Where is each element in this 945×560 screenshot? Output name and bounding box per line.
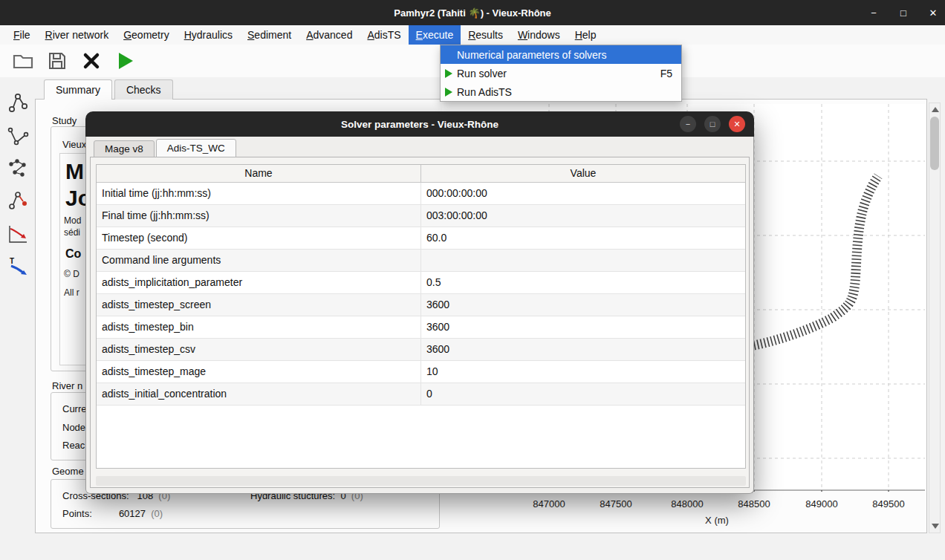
study-desc-line2: sédi — [64, 227, 80, 238]
study-heading-line1: M — [65, 159, 84, 184]
dialog-titlebar[interactable]: Solver parameters - Vieux-Rhône − □ ✕ — [85, 111, 754, 137]
table-row[interactable]: adists_implicitation_parameter 0.5 — [97, 272, 745, 294]
menu-item-run-solver[interactable]: Run solver F5 — [441, 64, 681, 82]
study-name-fragment: Vieux — [62, 139, 86, 150]
table-row[interactable]: adists_timestep_csv 3600 — [97, 339, 745, 361]
dialog-maximize-icon[interactable]: □ — [704, 116, 721, 132]
geometry-section-label: Geome — [52, 466, 84, 477]
vertical-scrollbar[interactable] — [929, 102, 941, 533]
scroll-up-icon[interactable] — [932, 107, 939, 112]
dialog-tab-mage-v8[interactable]: Mage v8 — [94, 140, 155, 157]
menu-help[interactable]: Help — [568, 25, 604, 45]
table-row[interactable]: adists_timestep_mage 10 — [97, 361, 745, 383]
maximize-icon[interactable]: □ — [897, 7, 909, 19]
shortcut-label: F5 — [660, 68, 672, 79]
dialog-body: Mage v8 Adis-TS_WC Name Value Initial ti… — [85, 137, 754, 494]
window-title: Pamhyr2 (Tahiti 🌴) - Vieux-Rhône — [394, 7, 551, 19]
river-network-icon — [7, 92, 29, 114]
dialog-tabbar: Mage v8 Adis-TS_WC — [94, 139, 238, 157]
x-axis-label: X (m) — [687, 515, 747, 526]
window-controls: − □ ✕ — [868, 0, 939, 25]
open-button[interactable] — [10, 48, 36, 74]
sidebar-button-reach-geometry[interactable] — [7, 125, 29, 147]
application-window: Pamhyr2 (Tahiti 🌴) - Vieux-Rhône − □ ✕ F… — [0, 0, 945, 560]
river-row-current: Curre — [62, 403, 87, 414]
menu-execute[interactable]: Execute — [409, 25, 461, 45]
x-tick-label: 847500 — [594, 498, 638, 509]
menu-adists[interactable]: AdisTS — [360, 25, 408, 45]
study-copyright-fragment: © D — [64, 269, 79, 279]
boundary-conditions-icon — [7, 190, 29, 212]
horizontal-scrollbar[interactable] — [96, 476, 746, 486]
menu-results[interactable]: Results — [461, 25, 510, 45]
sidebar-button-river-network[interactable] — [7, 92, 29, 114]
column-header-value[interactable]: Value — [421, 165, 745, 182]
table-row[interactable]: adists_timestep_bin 3600 — [97, 316, 745, 339]
dialog-close-icon[interactable]: ✕ — [729, 116, 745, 132]
table-header-row: Name Value — [97, 165, 745, 183]
parameters-table: Name Value Initial time (jj:hh:mm:ss) 00… — [96, 164, 746, 469]
nodes-icon — [7, 157, 29, 180]
svg-text:T: T — [10, 257, 14, 265]
stat-points: Points: 60127 (0) — [62, 508, 163, 519]
menubar: File River network Geometry Hydraulics S… — [0, 25, 945, 45]
close-study-button[interactable] — [79, 48, 104, 74]
menu-hydraulics[interactable]: Hydraulics — [177, 25, 240, 45]
menu-item-numerical-parameters[interactable]: Numerical parameters of solvers — [441, 45, 681, 64]
x-tick-label: 849000 — [799, 498, 844, 509]
dialog-tab-pane: Name Value Initial time (jj:hh:mm:ss) 00… — [90, 157, 750, 488]
sidebar-button-adists[interactable]: T — [7, 255, 29, 278]
scroll-down-icon[interactable] — [932, 524, 939, 529]
river-row-reaches: Reac — [62, 440, 85, 451]
tab-checks[interactable]: Checks — [114, 79, 173, 100]
table-row[interactable]: Timestep (second) 60.0 — [97, 227, 745, 250]
solver-parameters-dialog: Solver parameters - Vieux-Rhône − □ ✕ Ma… — [85, 111, 754, 494]
table-row[interactable]: adists_timestep_screen 3600 — [97, 294, 745, 316]
dialog-title: Solver parameters - Vieux-Rhône — [341, 119, 499, 130]
save-button[interactable] — [45, 48, 70, 74]
column-header-name[interactable]: Name — [97, 165, 421, 182]
floppy-save-icon — [48, 51, 67, 71]
close-x-icon — [82, 51, 101, 71]
table-row[interactable]: Final time (jj:hh:mm:ss) 003:00:00:00 — [97, 205, 745, 227]
x-tick-label: 847000 — [527, 498, 571, 509]
river-section-label: River n — [52, 380, 82, 391]
minimize-icon[interactable]: − — [868, 7, 880, 19]
x-tick-label: 848500 — [732, 498, 776, 509]
river-row-nodes: Node — [62, 422, 85, 433]
table-row[interactable]: Command line arguments — [97, 250, 745, 272]
menu-geometry[interactable]: Geometry — [116, 25, 176, 45]
table-row[interactable]: Initial time (jj:hh:mm:ss) 000:00:00:00 — [97, 183, 745, 205]
menu-windows[interactable]: Windows — [510, 25, 568, 45]
study-section-label: Study — [52, 115, 77, 126]
table-row[interactable]: adists_initial_concentration 0 — [97, 383, 745, 406]
run-button[interactable] — [113, 48, 138, 74]
titlebar[interactable]: Pamhyr2 (Tahiti 🌴) - Vieux-Rhône − □ ✕ — [0, 0, 945, 25]
adists-icon: T — [7, 255, 29, 278]
x-tick-label: 848000 — [665, 498, 709, 509]
tab-summary[interactable]: Summary — [44, 79, 112, 100]
study-rights-fragment: All r — [64, 287, 79, 298]
study-desc-line1: Mod — [64, 215, 81, 226]
x-tick-label: 849500 — [866, 498, 911, 509]
scrollbar-thumb[interactable] — [930, 117, 939, 170]
sidebar-button-boundary-conditions[interactable] — [7, 190, 29, 212]
menu-sediment[interactable]: Sediment — [240, 25, 299, 45]
menu-item-run-adists[interactable]: Run AdisTS — [441, 82, 681, 101]
menu-river-network[interactable]: River network — [38, 25, 117, 45]
dialog-tab-adis-ts-wc[interactable]: Adis-TS_WC — [156, 139, 236, 157]
sidebar-toolbar: T — [0, 80, 35, 533]
run-play-icon — [117, 51, 134, 71]
river-channel-path — [754, 176, 878, 345]
run-play-icon — [445, 69, 453, 78]
sidebar-button-nodes[interactable] — [7, 157, 29, 180]
main-tabbar: Summary Checks — [35, 79, 173, 100]
run-play-icon — [445, 88, 453, 97]
sidebar-button-lateral-contributions[interactable] — [7, 223, 29, 245]
dialog-minimize-icon[interactable]: − — [680, 116, 696, 132]
close-icon[interactable]: ✕ — [927, 7, 939, 19]
menu-file[interactable]: File — [6, 25, 38, 45]
menu-advanced[interactable]: Advanced — [299, 25, 360, 45]
execute-dropdown-menu: Numerical parameters of solvers Run solv… — [440, 45, 682, 102]
lateral-contributions-icon — [7, 223, 29, 245]
